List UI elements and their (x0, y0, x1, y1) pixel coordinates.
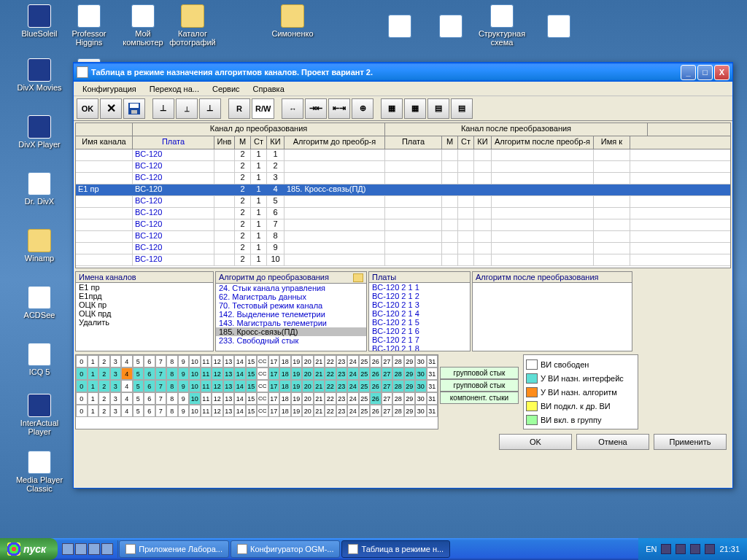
lang-indicator[interactable]: EN (646, 545, 657, 553)
rw-button[interactable]: R/W (252, 98, 274, 119)
table-row[interactable]: BC-120218 (76, 231, 730, 243)
matrix-cell[interactable]: 14 (234, 405, 246, 417)
column-header[interactable]: Плата (385, 136, 442, 149)
matrix-cell[interactable]: 17 (268, 392, 280, 405)
grid1-button[interactable]: ▦ (381, 98, 403, 119)
tray-icon[interactable] (705, 544, 715, 554)
menu-item[interactable]: Переход на... (144, 83, 205, 95)
matrix-cell[interactable]: 4 (121, 380, 133, 392)
ql-icon[interactable] (101, 543, 113, 555)
tray-icon[interactable] (661, 544, 671, 554)
column-header[interactable]: КИ (267, 136, 285, 149)
matrix-cell[interactable]: 18 (279, 392, 291, 405)
matrix-cell[interactable]: СС (257, 405, 268, 417)
desktop-icon[interactable] (374, 15, 426, 39)
matrix-cell[interactable]: 30 (415, 355, 427, 368)
list-item[interactable]: BC-120 2 1 7 (369, 335, 470, 344)
matrix-cell[interactable]: 5 (133, 355, 144, 368)
dlg-ok-button[interactable]: OK (499, 434, 572, 450)
matrix-cell[interactable]: 18 (279, 368, 291, 380)
matrix-cell[interactable]: 20 (302, 405, 314, 417)
matrix-cell[interactable]: 9 (178, 380, 190, 392)
matrix-cell[interactable]: 15 (246, 405, 258, 417)
matrix-cell[interactable]: 7 (155, 368, 167, 380)
matrix-cell[interactable]: 14 (234, 380, 246, 392)
matrix-cell[interactable]: 9 (178, 392, 190, 405)
save-button[interactable] (123, 98, 145, 119)
list-item[interactable]: ОЦК прд (76, 309, 213, 318)
matrix-cell[interactable]: 18 (279, 380, 291, 392)
split-button[interactable]: ⇤⇥ (328, 98, 350, 119)
matrix-cell[interactable]: 12 (212, 380, 223, 392)
grid3-button[interactable]: ▤ (427, 98, 449, 119)
matrix-cell[interactable]: 6 (144, 380, 155, 392)
matrix-cell[interactable]: 22 (325, 392, 336, 405)
matrix-cell[interactable]: 23 (336, 355, 348, 368)
matrix-cell[interactable]: 12 (212, 392, 223, 405)
matrix-cell[interactable]: 14 (234, 368, 246, 380)
matrix-cell[interactable]: 21 (314, 355, 325, 368)
table-row[interactable]: Е1 прBC-120214185. Кросс-связь(ПД) (76, 184, 730, 196)
matrix-cell[interactable]: 24 (347, 355, 359, 368)
matrix-cell[interactable]: СС (257, 355, 268, 368)
matrix-cell[interactable]: 28 (392, 405, 404, 417)
menu-item[interactable]: Сервис (206, 83, 246, 95)
matrix-cell[interactable]: 28 (392, 368, 404, 380)
matrix-cell[interactable]: 24 (347, 368, 359, 380)
matrix-cell[interactable]: 24 (347, 392, 359, 405)
matrix-cell[interactable]: 7 (155, 355, 167, 368)
desktop-icon[interactable]: Структурная схема (476, 4, 528, 47)
desktop-icon[interactable]: ICQ 5 (13, 343, 66, 376)
matrix-cell[interactable]: 4 (121, 368, 133, 380)
matrix-cell[interactable]: 2 (98, 380, 110, 392)
ql-icon[interactable] (88, 543, 100, 555)
matrix-cell[interactable]: 1 (88, 355, 99, 368)
matrix-cell[interactable]: 26 (370, 380, 382, 392)
matrix-cell[interactable]: 10 (189, 380, 201, 392)
matrix-cell[interactable]: 1 (88, 392, 99, 405)
matrix-cell[interactable]: 11 (201, 405, 212, 417)
desktop-icon[interactable]: DivX Movies (13, 58, 66, 92)
matrix-cell[interactable]: 2 (98, 392, 110, 405)
column-header[interactable]: Плата (133, 136, 214, 149)
column-header[interactable]: Имя канала (76, 136, 133, 149)
matrix-cell[interactable]: 3 (110, 380, 122, 392)
table-row[interactable]: BC-120212 (76, 161, 730, 173)
column-header[interactable]: Алгоритм после преобр-я (492, 136, 594, 149)
matrix-cell[interactable]: 12 (212, 355, 223, 368)
matrix-cell[interactable]: 26 (370, 405, 382, 417)
taskbar-task[interactable]: Конфигуратор OGM-... (231, 540, 341, 558)
tray-icon[interactable] (676, 544, 686, 554)
matrix-cell[interactable]: 0 (76, 405, 88, 417)
matrix-cell[interactable]: 25 (359, 355, 371, 368)
desktop-icon[interactable]: Professor Higgins (63, 4, 115, 47)
matrix-cell[interactable]: 2 (98, 368, 110, 380)
matrix-cell[interactable]: 27 (382, 380, 393, 392)
align-middle-button[interactable]: ⟂ (176, 98, 198, 119)
tray-icon[interactable] (690, 544, 700, 554)
list-item[interactable]: 233. Свободный стык (216, 336, 366, 345)
ql-icon[interactable] (62, 543, 74, 555)
matrix-cell[interactable]: 30 (415, 405, 427, 417)
taskbar-task[interactable]: Приложение Лабора... (119, 540, 229, 558)
matrix-cell[interactable]: 2 (98, 405, 110, 417)
desktop-icon[interactable]: Dr. DivX (13, 172, 66, 206)
matrix-cell[interactable]: 4 (121, 405, 133, 417)
cancel-x-button[interactable]: ✕ (100, 98, 122, 119)
list-item[interactable]: Е1 пр (76, 283, 213, 292)
matrix-cell[interactable]: 12 (212, 368, 223, 380)
close-button[interactable]: X (714, 65, 729, 80)
column-header[interactable]: Алгоритм до преобр-я (285, 136, 385, 149)
matrix-cell[interactable]: 13 (223, 355, 235, 368)
matrix-cell[interactable]: 13 (223, 368, 235, 380)
matrix-cell[interactable]: 19 (291, 368, 303, 380)
matrix-cell[interactable]: 28 (392, 355, 404, 368)
matrix-cell[interactable]: 6 (144, 392, 155, 405)
matrix-cell[interactable]: 2 (98, 355, 110, 368)
minimize-button[interactable]: _ (681, 65, 696, 80)
matrix-cell[interactable]: 31 (427, 380, 438, 392)
matrix-cell[interactable]: 3 (110, 405, 122, 417)
matrix-cell[interactable]: 7 (155, 380, 167, 392)
matrix-cell[interactable]: 8 (166, 380, 178, 392)
align-bottom-button[interactable]: ⊥ (152, 98, 174, 119)
